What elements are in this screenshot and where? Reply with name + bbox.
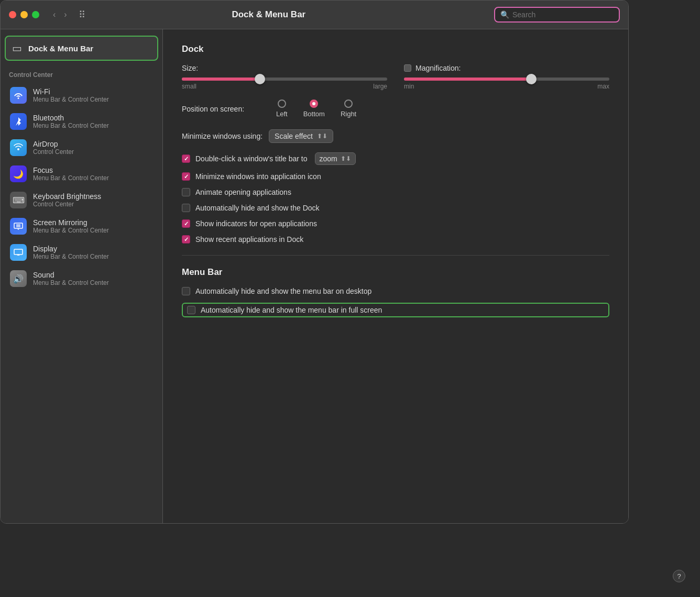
- position-right-label: Right: [341, 110, 356, 118]
- checkmark-icon: ✓: [184, 156, 189, 162]
- screen-mirroring-sub: Menu Bar & Control Center: [33, 227, 109, 234]
- minimize-value: Scale effect: [275, 132, 313, 140]
- size-slider-track[interactable]: [182, 78, 387, 81]
- minimize-label: Minimize windows using:: [182, 132, 262, 140]
- double-click-label: Double-click a window's title bar to: [195, 154, 308, 163]
- content-area: Dock Size: small large: [163, 29, 628, 524]
- sidebar-item-display[interactable]: Display Menu Bar & Control Center: [5, 240, 158, 265]
- close-button[interactable]: [9, 11, 16, 18]
- main-layout: ▭ Dock & Menu Bar Control Center Wi-Fi M…: [1, 29, 628, 524]
- animate-opening-checkbox[interactable]: [182, 188, 190, 196]
- double-click-value: zoom: [320, 154, 337, 163]
- size-small-label: small: [182, 83, 196, 90]
- sound-sub: Menu Bar & Control Center: [33, 279, 109, 286]
- airdrop-icon: [10, 139, 27, 156]
- minimize-into-app-checkbox[interactable]: ✓: [182, 172, 190, 181]
- auto-hide-desktop-checkbox[interactable]: [182, 287, 190, 295]
- sidebar: ▭ Dock & Menu Bar Control Center Wi-Fi M…: [1, 29, 163, 524]
- screen-mirroring-icon: [10, 218, 27, 235]
- traffic-lights: [9, 11, 39, 18]
- position-bottom-label: Bottom: [303, 110, 325, 118]
- minimize-row: Minimize windows using: Scale effect ⬆⬇: [182, 129, 609, 143]
- sliders-row: Size: small large Magnification:: [182, 64, 609, 90]
- auto-hide-dock-row: Automatically hide and show the Dock: [182, 204, 609, 212]
- sidebar-item-wifi[interactable]: Wi-Fi Menu Bar & Control Center: [5, 83, 158, 108]
- auto-hide-fullscreen-row: Automatically hide and show the menu bar…: [182, 303, 609, 317]
- sidebar-item-sound[interactable]: 🔊 Sound Menu Bar & Control Center: [5, 266, 158, 291]
- auto-hide-desktop-label: Automatically hide and show the menu bar…: [195, 287, 371, 295]
- show-indicators-row: ✓ Show indicators for open applications: [182, 219, 609, 228]
- position-bottom[interactable]: Bottom: [303, 100, 325, 118]
- position-left-radio[interactable]: [278, 100, 286, 108]
- kb-label: Keyboard Brightness: [33, 192, 101, 201]
- magnification-slider-group: Magnification: min max: [404, 64, 609, 90]
- checkmark-icon3: ✓: [184, 220, 189, 227]
- focus-icon: 🌙: [10, 165, 27, 182]
- maximize-button[interactable]: [32, 11, 39, 18]
- sidebar-item-screen-mirroring[interactable]: Screen Mirroring Menu Bar & Control Cent…: [5, 214, 158, 239]
- double-click-checkbox[interactable]: ✓: [182, 154, 190, 163]
- titlebar: ‹ › ⠿ Dock & Menu Bar 🔍: [1, 1, 628, 29]
- chevron-updown-icon2: ⬆⬇: [341, 155, 351, 162]
- dock-menu-bar-icon: ▭: [12, 42, 22, 54]
- focus-label: Focus: [33, 166, 109, 174]
- show-indicators-checkbox[interactable]: ✓: [182, 219, 190, 228]
- position-left-label: Left: [276, 110, 288, 118]
- position-bottom-radio[interactable]: [310, 100, 318, 108]
- display-icon: [10, 244, 27, 261]
- kb-sub: Control Center: [33, 201, 101, 208]
- animate-opening-label: Animate opening applications: [195, 188, 291, 196]
- sidebar-item-airdrop[interactable]: AirDrop Control Center: [5, 135, 158, 160]
- position-label: Position on screen:: [182, 105, 266, 113]
- display-label: Display: [33, 245, 109, 253]
- screen-mirroring-label: Screen Mirroring: [33, 218, 109, 227]
- minimize-dropdown[interactable]: Scale effect ⬆⬇: [269, 129, 333, 143]
- search-input[interactable]: [512, 10, 614, 19]
- auto-hide-fullscreen-checkbox[interactable]: [187, 306, 195, 314]
- sidebar-item-dock-menu-bar[interactable]: ▭ Dock & Menu Bar: [5, 36, 158, 61]
- focus-sub: Menu Bar & Control Center: [33, 174, 109, 182]
- minimize-button[interactable]: [20, 11, 28, 18]
- dock-section-title: Dock: [182, 44, 609, 54]
- auto-hide-dock-label: Automatically hide and show the Dock: [195, 204, 320, 212]
- show-recent-row: ✓ Show recent applications in Dock: [182, 235, 609, 244]
- keyboard-brightness-icon: ⌨: [10, 192, 27, 208]
- page-title: Dock & Menu Bar: [50, 9, 488, 20]
- wifi-icon: [10, 87, 27, 104]
- mag-min-label: min: [404, 83, 414, 90]
- position-right[interactable]: Right: [341, 100, 356, 118]
- auto-hide-dock-checkbox[interactable]: [182, 204, 190, 212]
- sidebar-item-focus[interactable]: 🌙 Focus Menu Bar & Control Center: [5, 161, 158, 186]
- menubar-section: Menu Bar Automatically hide and show the…: [182, 267, 609, 317]
- mag-max-label: max: [597, 83, 609, 90]
- wifi-sub: Menu Bar & Control Center: [33, 96, 109, 103]
- position-right-radio[interactable]: [344, 100, 353, 108]
- display-sub: Menu Bar & Control Center: [33, 253, 109, 260]
- position-options: Left Bottom Right: [276, 100, 356, 118]
- size-label: Size:: [182, 64, 198, 72]
- show-recent-checkbox[interactable]: ✓: [182, 235, 190, 244]
- svg-point-0: [17, 148, 19, 150]
- sidebar-item-keyboard-brightness[interactable]: ⌨ Keyboard Brightness Control Center: [5, 187, 158, 213]
- sidebar-item-bluetooth[interactable]: Bluetooth Menu Bar & Control Center: [5, 109, 158, 134]
- position-left[interactable]: Left: [276, 100, 288, 118]
- search-icon: 🔍: [500, 10, 509, 19]
- show-indicators-label: Show indicators for open applications: [195, 219, 317, 228]
- magnification-slider-track[interactable]: [404, 78, 609, 81]
- auto-hide-fullscreen-label: Automatically hide and show the menu bar…: [201, 306, 382, 314]
- double-click-action-dropdown[interactable]: zoom ⬆⬇: [315, 152, 356, 165]
- sidebar-active-label: Dock & Menu Bar: [28, 44, 93, 53]
- menubar-section-title: Menu Bar: [182, 267, 609, 278]
- size-slider-group: Size: small large: [182, 64, 387, 90]
- search-box[interactable]: 🔍: [494, 7, 620, 23]
- svg-rect-3: [14, 249, 23, 255]
- bluetooth-label: Bluetooth: [33, 114, 109, 122]
- svg-rect-2: [16, 224, 20, 227]
- chevron-updown-icon: ⬆⬇: [317, 132, 327, 140]
- checkmark-icon2: ✓: [184, 173, 189, 180]
- magnification-checkbox[interactable]: [404, 64, 411, 72]
- checkmark-icon4: ✓: [184, 236, 189, 243]
- show-recent-label: Show recent applications in Dock: [195, 235, 303, 244]
- magnification-label: Magnification:: [415, 64, 461, 72]
- sound-icon: 🔊: [10, 270, 27, 287]
